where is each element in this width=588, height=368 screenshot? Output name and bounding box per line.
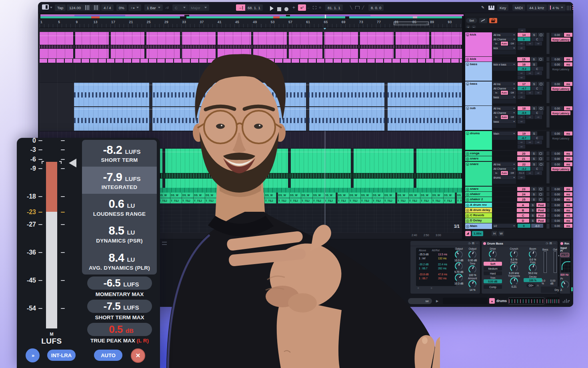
track-play-icon[interactable] [466,63,469,66]
shape-button-hard[interactable]: Hard [484,271,502,275]
arrangement-position-field[interactable]: 68. 1. 1 [245,4,263,11]
track-width-button[interactable]: W [498,231,504,236]
clip-preview-2[interactable] [546,297,559,304]
lo-cut-button[interactable]: Lo Cut [560,253,569,257]
device-more-icon[interactable]: ⋯ [553,242,556,245]
clip-name-cell[interactable]: DS_W [444,193,455,198]
session-record-icon[interactable]: o° [298,4,306,11]
key-map-button[interactable]: Key [497,4,508,11]
loop-start-field[interactable]: 81. 1. 1 [325,4,343,11]
track-row-a-drum-rev[interactable]: A drum revASPost0.00ms [465,203,573,207]
track-row-drums[interactable]: drumsMain▼19S-6.7C-∞-∞-∞-∞0.00msKeep Lat… [465,131,573,150]
draw-circle-icon[interactable]: ○ [319,5,321,10]
track-fold-icon[interactable] [466,163,469,166]
output-knob[interactable] [468,251,476,259]
int-lra-button[interactable]: INT-LRA [47,350,76,361]
damp-knob[interactable] [510,264,518,272]
scale-root-menu[interactable]: C [172,4,188,11]
comp-button[interactable]: Comp [484,285,502,289]
track-play-icon[interactable] [466,214,469,217]
track-play-icon[interactable] [466,188,469,191]
track-play-icon[interactable] [466,58,469,61]
shape-button-medium[interactable]: Medium [484,267,502,271]
layout-caret-icon[interactable] [50,7,52,8]
track-row-snare[interactable]: snareAll Ins▼All Channe▼InAutoOffdrums▼2… [465,162,573,186]
lock-envelopes-icon[interactable] [489,18,497,23]
preview-speaker-icon[interactable] [465,231,471,236]
track-play-icon[interactable] [466,209,469,212]
groove-amount-field[interactable]: 0% [116,4,127,11]
pencil-icon[interactable]: ✎ [481,5,484,10]
track-row-b-drum-delay[interactable]: B drum delayBSPost0.00ms [465,208,573,213]
track-play-icon[interactable] [466,198,469,201]
time-signature-field[interactable]: 4 / 4 [101,4,114,11]
back-to-arrangement-icon[interactable]: ← [307,5,311,10]
window-layout-icon[interactable] [42,4,49,10]
track-play-icon[interactable] [466,225,469,228]
loop-length-field[interactable]: 8. 0. 0 [368,4,384,11]
device-hotswap-icon[interactable]: ◷ [546,242,548,245]
track-row-kick[interactable]: kickAll Ins▼All Channe▼InAutoOffkick▼14S… [465,32,573,56]
track-row-d-delay[interactable]: D DelayDSPost0.00ms [465,218,573,223]
output-knob[interactable] [455,251,463,259]
time-knob[interactable] [468,265,476,273]
amount-knob[interactable] [468,280,476,288]
tempo-field[interactable]: 124.00 [67,4,83,11]
stop-button[interactable] [277,6,281,13]
track-play-icon[interactable] [466,193,469,196]
track-fold-icon[interactable] [466,33,469,36]
track-row-main[interactable]: Main1/2▼0-6.00.00ms [465,223,573,229]
quantize-menu[interactable]: 1 Bar [144,4,163,11]
track-row-sub[interactable]: subAll Ins▼All Channe▼InAutoOffbass▼18S-… [465,106,573,130]
track-row-c-reverb[interactable]: C ReverbCSPost0.00ms [465,213,573,218]
crunch-knob[interactable] [510,250,518,258]
predelay-knob[interactable] [561,280,569,288]
headphone-icon[interactable]: ∩ [537,284,539,287]
decay-field[interactable]: 100 % [524,278,542,282]
hamburger-menu-icon[interactable] [572,5,573,10]
draw-line-icon[interactable] [479,18,487,23]
midi-map-button[interactable]: MIDI [512,4,525,11]
arrangement-overview[interactable] [40,14,464,19]
track-row-snare[interactable]: snare23S0.00ms [465,187,573,191]
playback-speed-badge[interactable]: 1.00x [472,231,483,236]
cpu-meter[interactable]: 4 % [548,4,566,11]
output-knob[interactable] [455,262,463,270]
draw-box-icon[interactable] [313,6,316,9]
clip-name-cell[interactable]: T_TSJ [444,198,455,203]
clip-preview-1[interactable] [508,297,544,304]
track-play-icon[interactable] [466,152,469,155]
close-button[interactable]: ✕ [131,348,145,363]
track-play-icon[interactable] [466,219,469,223]
sample-rate-field[interactable]: 44.1 kHz [527,4,547,11]
track-row-bass[interactable]: bassAll Ins▼All Channe▼InAutoOffbass▼17S… [465,82,573,105]
track-fold-icon[interactable] [466,107,469,110]
track-fold-icon[interactable] [466,82,469,86]
boom-knob[interactable] [529,250,537,258]
shape-button-soft[interactable]: Soft [484,262,502,266]
track-row-kick[interactable]: kick15S0.00ms [465,57,573,62]
set-button[interactable]: Set [466,18,477,23]
freq-knob[interactable] [529,264,537,272]
device-on-icon[interactable] [560,242,563,245]
punch-out-icon[interactable]: ╱ [362,6,364,10]
chain-caret-icon[interactable]: ▾ [568,299,570,302]
device-on-icon[interactable] [483,242,486,245]
beat-time-ruler[interactable]: ▷◁ 1591317212529333741454953576165697377… [40,19,464,28]
transients-knob[interactable] [510,277,518,285]
track-row-shaker[interactable]: shaker24S0.00ms [465,192,573,197]
chain-empty-box[interactable] [443,298,488,304]
record-button[interactable] [284,6,288,13]
track-play-icon[interactable] [466,204,469,207]
skip-button[interactable]: » [26,348,40,362]
track-row-shaker-2[interactable]: shaker 225S0.00ms [465,197,573,202]
device-more-icon[interactable]: ⋯ [476,242,478,245]
nudge-up-button[interactable] [92,4,100,11]
trim-field[interactable]: 0.00 dB [484,279,502,283]
play-button[interactable] [270,5,274,12]
device-save-icon[interactable]: ▤ [549,242,552,245]
piano-keys-icon[interactable] [488,6,494,10]
scale-name-menu[interactable]: Major [188,4,209,11]
metronome-button[interactable]: ○● [128,4,141,11]
add-locator-button[interactable]: + [292,5,295,10]
